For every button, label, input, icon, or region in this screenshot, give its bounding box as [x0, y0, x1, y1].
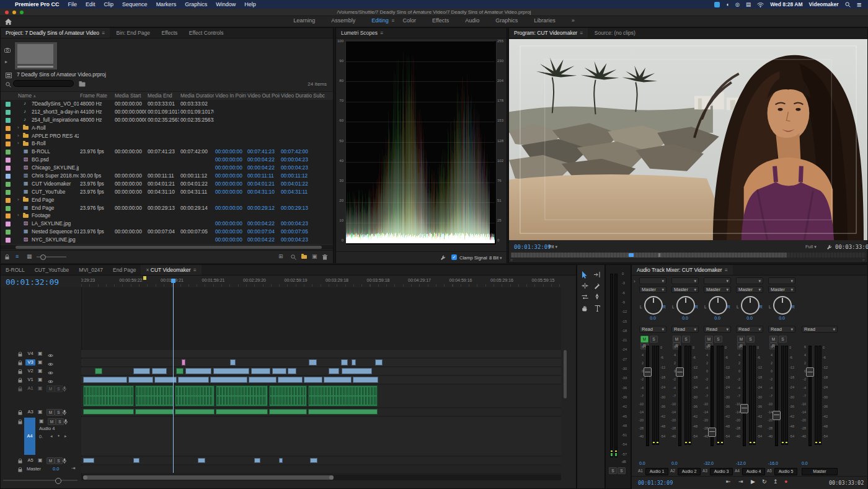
readonly-lock-icon[interactable] — [5, 254, 9, 260]
column-media-duration[interactable]: Media Duration — [179, 92, 214, 100]
bin-row[interactable]: ›End Page — [1, 196, 333, 204]
meter-solo-left[interactable]: S — [609, 467, 617, 474]
scrubber-left-handle[interactable]: ○ — [510, 258, 513, 262]
bin-row[interactable]: ›A-Roll — [1, 124, 333, 132]
program-playhead[interactable] — [629, 253, 634, 257]
bit-depth-select[interactable]: 8 Bit ▾ — [489, 255, 502, 261]
menu-markers[interactable]: Markers — [156, 1, 177, 7]
type-tool[interactable] — [592, 305, 602, 313]
workspace-tab-effects[interactable]: Effects — [424, 16, 457, 25]
tab-lumetri-scopes[interactable]: Lumetri Scopes ≡ — [336, 28, 388, 38]
automation-mode-select[interactable]: Read▾ — [639, 326, 666, 333]
track-name-field[interactable]: Audio 4 — [742, 468, 765, 475]
mute-button[interactable]: M — [769, 336, 777, 343]
search-bin-icon[interactable] — [79, 80, 86, 87]
menu-file[interactable]: File — [68, 1, 78, 7]
track-name-field[interactable]: Audio 2 — [678, 468, 701, 475]
track-name-field[interactable]: Master — [802, 468, 838, 475]
volume-value[interactable]: -12.0 — [736, 461, 746, 465]
ripple-edit-tool[interactable] — [580, 282, 590, 291]
play-icon[interactable]: ▶ — [751, 478, 755, 485]
spotlight-icon[interactable] — [845, 1, 851, 7]
record-icon[interactable]: ● — [784, 478, 787, 485]
bin-row[interactable]: ›APPLE PRO RES 422 (OSX) — [1, 132, 333, 140]
input-select[interactable]: ▾ — [736, 277, 763, 284]
timeline-ruler[interactable]: 00:29:2300:00:59:2200:01:29:2100:01:59:2… — [81, 276, 561, 288]
pan-value[interactable]: 0.0 — [670, 316, 700, 320]
solo-button[interactable]: S — [714, 336, 722, 343]
goto-in-icon[interactable]: ⇤ — [726, 478, 731, 485]
timeline-vscrollbar[interactable] — [564, 350, 567, 398]
tab-program[interactable]: Program: CUT Videomaker ≡ — [509, 28, 588, 38]
automation-mode-select[interactable]: Read▾ — [671, 326, 699, 333]
automate-sequence-icon[interactable]: ⊞ — [278, 253, 283, 259]
volume-value[interactable]: -32.0 — [704, 461, 714, 465]
timeline-tracks-area[interactable] — [81, 287, 561, 480]
zoom-level-select[interactable]: Fit ▾ — [549, 244, 557, 249]
siri-icon[interactable]: ◖ — [726, 1, 729, 7]
selection-tool[interactable] — [580, 271, 590, 280]
fader-groove[interactable] — [775, 346, 778, 446]
fader-groove[interactable] — [678, 346, 681, 446]
preview-thumbnail[interactable] — [14, 42, 58, 70]
wifi-icon[interactable] — [757, 1, 764, 7]
menu-clip[interactable]: Clip — [104, 1, 114, 7]
meter-solo-right[interactable]: S — [618, 467, 626, 474]
fader-handle[interactable] — [676, 367, 684, 377]
pan-knob[interactable] — [709, 296, 727, 315]
solo-button[interactable]: S — [779, 336, 787, 343]
sequence-tab-end-page[interactable]: End Page — [108, 265, 141, 275]
column-video-duration[interactable]: Video Duration — [280, 92, 312, 100]
automation-mode-select[interactable]: Read▾ — [736, 326, 763, 333]
new-item-icon[interactable]: ▣ — [312, 253, 317, 259]
tab-audio-track-mixer[interactable]: Audio Track Mixer: CUT Videomaker ≡ — [632, 265, 733, 276]
pan-value[interactable]: 0.0 — [702, 316, 732, 320]
bin-row[interactable]: ▥Chris Super 2018.mov30.00 fps00:00:00:0… — [1, 172, 333, 180]
program-timecode[interactable]: 00:01:32:09 — [514, 244, 551, 250]
program-video[interactable] — [509, 39, 867, 240]
output-bus-select[interactable]: Master▾ — [671, 286, 699, 293]
menu-edit[interactable]: Edit — [86, 1, 95, 7]
bin-row[interactable]: ▨NYC_SKYLINE.jpg00:00:00:0000:00:04:2200… — [1, 236, 333, 244]
track-name-field[interactable]: Audio 3 — [710, 468, 733, 475]
sequence-marker[interactable] — [143, 276, 146, 280]
solo-button[interactable]: S — [650, 336, 658, 343]
poster-frame-camera-icon[interactable] — [4, 47, 11, 53]
mute-button[interactable]: M — [673, 336, 681, 343]
sequence-tab-cut-videomaker[interactable]: × CUT Videomaker ≡ — [141, 265, 201, 276]
mute-button[interactable]: M — [737, 336, 745, 343]
app-status-icon[interactable] — [714, 2, 720, 7]
fader-handle[interactable] — [806, 367, 814, 377]
razor-tool[interactable] — [592, 282, 602, 291]
track-select-forward-tool[interactable] — [592, 271, 602, 280]
workspace-tab-libraries[interactable]: Libraries — [526, 16, 564, 25]
app-menu[interactable]: Premiere Pro CC — [15, 1, 60, 7]
fader-groove[interactable] — [808, 346, 812, 446]
mixer-timecode[interactable]: 00:01:32:09 — [638, 480, 673, 486]
tab-effects[interactable]: Effects — [156, 28, 182, 38]
bin-row[interactable]: ▦End Page23.976 fps00:00:00:0000:00:29:1… — [1, 204, 333, 212]
list-view-icon[interactable]: ≡ — [16, 253, 19, 259]
pan-knob[interactable] — [773, 296, 792, 315]
volume-value[interactable]: -16.0 — [768, 461, 778, 465]
output-bus-select[interactable]: Master▾ — [768, 286, 795, 293]
volume-value[interactable]: 0.0 — [671, 461, 678, 465]
search-input[interactable] — [13, 80, 74, 87]
play-preview-icon[interactable]: ▸ — [5, 59, 7, 65]
notification-center-icon[interactable]: ≣ — [857, 1, 862, 8]
pan-knob[interactable] — [644, 296, 663, 315]
volume-value[interactable]: 0.0 — [639, 461, 645, 465]
tab-effect-controls[interactable]: Effect Controls — [184, 28, 229, 38]
bin-row[interactable]: ▧BG.psd00:00:00:0000:00:04:2200:00:04:23 — [1, 156, 333, 164]
bin-row[interactable]: ♪212_short3_a-day-in-the-su44100 Hz00:00… — [1, 108, 333, 116]
column-media-start[interactable]: Media Start — [113, 92, 146, 100]
scrubber-right-handle[interactable]: ○ — [862, 258, 865, 262]
output-bus-select[interactable]: Master▾ — [639, 286, 666, 293]
column-media-end[interactable]: Media End — [146, 92, 179, 100]
solo-button[interactable]: S — [746, 336, 755, 343]
camera-icon[interactable]: ◎ — [735, 1, 740, 7]
workspace-tab-graphics[interactable]: Graphics — [487, 16, 526, 25]
scope-settings-wrench-icon[interactable] — [440, 254, 446, 261]
workspace-overflow[interactable]: » — [564, 16, 583, 25]
bin-column-headers[interactable]: Name ∧Frame RateMedia StartMedia EndMedi… — [1, 91, 333, 101]
